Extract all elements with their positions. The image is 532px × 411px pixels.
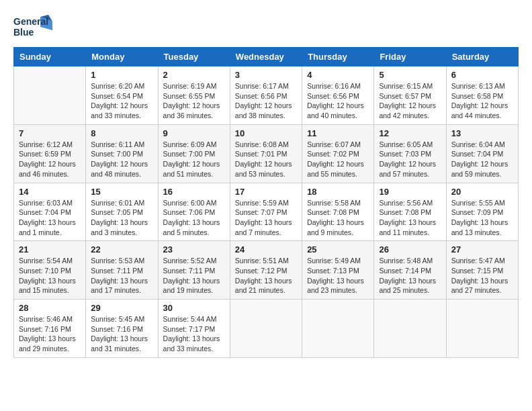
calendar-cell: 1Sunrise: 6:20 AMSunset: 6:54 PMDaylight… bbox=[86, 66, 158, 125]
calendar-cell: 29Sunrise: 5:45 AMSunset: 7:16 PMDayligh… bbox=[86, 300, 158, 358]
day-number: 29 bbox=[91, 303, 152, 313]
day-number: 17 bbox=[235, 187, 297, 197]
calendar-cell: 9Sunrise: 6:09 AMSunset: 7:00 PMDaylight… bbox=[158, 124, 230, 183]
day-number: 12 bbox=[379, 128, 441, 138]
day-info: Sunrise: 6:20 AMSunset: 6:54 PMDaylight:… bbox=[91, 81, 152, 121]
day-number: 24 bbox=[235, 244, 297, 255]
calendar-cell: 26Sunrise: 5:48 AMSunset: 7:14 PMDayligh… bbox=[374, 241, 446, 300]
calendar-cell: 27Sunrise: 5:47 AMSunset: 7:15 PMDayligh… bbox=[446, 241, 518, 300]
calendar-cell: 13Sunrise: 6:04 AMSunset: 7:04 PMDayligh… bbox=[446, 124, 518, 183]
calendar-cell bbox=[230, 300, 302, 358]
day-number: 4 bbox=[307, 70, 369, 80]
day-info: Sunrise: 6:19 AMSunset: 6:55 PMDaylight:… bbox=[163, 81, 225, 121]
day-info: Sunrise: 5:54 AMSunset: 7:10 PMDaylight:… bbox=[19, 256, 81, 295]
svg-text:Blue: Blue bbox=[13, 27, 34, 38]
day-number: 6 bbox=[451, 70, 513, 80]
day-number: 30 bbox=[163, 303, 225, 313]
day-info: Sunrise: 6:08 AMSunset: 7:01 PMDaylight:… bbox=[235, 140, 297, 179]
day-info: Sunrise: 6:00 AMSunset: 7:06 PMDaylight:… bbox=[163, 198, 225, 238]
day-info: Sunrise: 5:45 AMSunset: 7:16 PMDaylight:… bbox=[91, 314, 152, 354]
calendar-cell bbox=[14, 66, 86, 125]
day-info: Sunrise: 5:51 AMSunset: 7:12 PMDaylight:… bbox=[235, 256, 297, 295]
weekday-header-monday: Monday bbox=[86, 48, 158, 66]
calendar-week-3: 14Sunrise: 6:03 AMSunset: 7:04 PMDayligh… bbox=[14, 183, 519, 241]
weekday-header-friday: Friday bbox=[374, 48, 446, 66]
weekday-header-wednesday: Wednesday bbox=[230, 48, 302, 66]
calendar-cell: 7Sunrise: 6:12 AMSunset: 6:59 PMDaylight… bbox=[14, 124, 86, 183]
day-number: 18 bbox=[307, 187, 369, 197]
calendar-cell: 18Sunrise: 5:58 AMSunset: 7:08 PMDayligh… bbox=[302, 183, 374, 241]
page-header: GeneralBlue bbox=[13, 13, 519, 40]
calendar-week-5: 28Sunrise: 5:46 AMSunset: 7:16 PMDayligh… bbox=[14, 300, 519, 358]
calendar-cell: 19Sunrise: 5:56 AMSunset: 7:08 PMDayligh… bbox=[374, 183, 446, 241]
logo: GeneralBlue bbox=[13, 13, 54, 40]
calendar-cell: 14Sunrise: 6:03 AMSunset: 7:04 PMDayligh… bbox=[14, 183, 86, 241]
calendar-cell: 6Sunrise: 6:13 AMSunset: 6:58 PMDaylight… bbox=[446, 66, 518, 125]
day-number: 11 bbox=[307, 128, 369, 138]
day-number: 10 bbox=[235, 128, 297, 138]
day-info: Sunrise: 5:48 AMSunset: 7:14 PMDaylight:… bbox=[379, 256, 441, 295]
calendar-table: SundayMondayTuesdayWednesdayThursdayFrid… bbox=[13, 47, 519, 358]
calendar-cell bbox=[302, 300, 374, 358]
day-number: 5 bbox=[379, 70, 441, 80]
weekday-header-tuesday: Tuesday bbox=[158, 48, 230, 66]
calendar-cell: 25Sunrise: 5:49 AMSunset: 7:13 PMDayligh… bbox=[302, 241, 374, 300]
calendar-cell: 4Sunrise: 6:16 AMSunset: 6:56 PMDaylight… bbox=[302, 66, 374, 125]
header-row: SundayMondayTuesdayWednesdayThursdayFrid… bbox=[14, 48, 519, 66]
day-info: Sunrise: 6:03 AMSunset: 7:04 PMDaylight:… bbox=[19, 198, 81, 238]
calendar-cell: 10Sunrise: 6:08 AMSunset: 7:01 PMDayligh… bbox=[230, 124, 302, 183]
calendar-cell: 2Sunrise: 6:19 AMSunset: 6:55 PMDaylight… bbox=[158, 66, 230, 125]
day-info: Sunrise: 5:49 AMSunset: 7:13 PMDaylight:… bbox=[307, 256, 369, 295]
calendar-cell: 17Sunrise: 5:59 AMSunset: 7:07 PMDayligh… bbox=[230, 183, 302, 241]
day-info: Sunrise: 5:59 AMSunset: 7:07 PMDaylight:… bbox=[235, 198, 297, 238]
day-info: Sunrise: 6:16 AMSunset: 6:56 PMDaylight:… bbox=[307, 81, 369, 121]
day-number: 16 bbox=[163, 187, 225, 197]
day-info: Sunrise: 6:09 AMSunset: 7:00 PMDaylight:… bbox=[163, 140, 225, 179]
day-number: 2 bbox=[163, 70, 225, 80]
calendar-cell: 24Sunrise: 5:51 AMSunset: 7:12 PMDayligh… bbox=[230, 241, 302, 300]
day-number: 14 bbox=[19, 187, 81, 197]
day-number: 23 bbox=[163, 244, 225, 255]
day-info: Sunrise: 5:55 AMSunset: 7:09 PMDaylight:… bbox=[451, 198, 513, 238]
day-number: 21 bbox=[19, 244, 81, 255]
day-info: Sunrise: 6:07 AMSunset: 7:02 PMDaylight:… bbox=[307, 140, 369, 179]
calendar-cell: 23Sunrise: 5:52 AMSunset: 7:11 PMDayligh… bbox=[158, 241, 230, 300]
calendar-cell: 8Sunrise: 6:11 AMSunset: 7:00 PMDaylight… bbox=[86, 124, 158, 183]
day-number: 19 bbox=[379, 187, 441, 197]
calendar-week-2: 7Sunrise: 6:12 AMSunset: 6:59 PMDaylight… bbox=[14, 124, 519, 183]
day-info: Sunrise: 5:56 AMSunset: 7:08 PMDaylight:… bbox=[379, 198, 441, 238]
day-info: Sunrise: 5:53 AMSunset: 7:11 PMDaylight:… bbox=[91, 256, 152, 295]
calendar-cell: 20Sunrise: 5:55 AMSunset: 7:09 PMDayligh… bbox=[446, 183, 518, 241]
day-info: Sunrise: 6:01 AMSunset: 7:05 PMDaylight:… bbox=[91, 198, 152, 238]
calendar-cell: 11Sunrise: 6:07 AMSunset: 7:02 PMDayligh… bbox=[302, 124, 374, 183]
svg-text:General: General bbox=[13, 16, 48, 27]
calendar-cell: 22Sunrise: 5:53 AMSunset: 7:11 PMDayligh… bbox=[86, 241, 158, 300]
weekday-header-sunday: Sunday bbox=[14, 48, 86, 66]
day-info: Sunrise: 6:13 AMSunset: 6:58 PMDaylight:… bbox=[451, 81, 513, 121]
day-info: Sunrise: 5:46 AMSunset: 7:16 PMDaylight:… bbox=[19, 314, 81, 354]
day-number: 25 bbox=[307, 244, 369, 255]
calendar-week-1: 1Sunrise: 6:20 AMSunset: 6:54 PMDaylight… bbox=[14, 66, 519, 125]
weekday-header-saturday: Saturday bbox=[446, 48, 518, 66]
day-info: Sunrise: 5:52 AMSunset: 7:11 PMDaylight:… bbox=[163, 256, 225, 295]
calendar-cell: 30Sunrise: 5:44 AMSunset: 7:17 PMDayligh… bbox=[158, 300, 230, 358]
calendar-cell bbox=[374, 300, 446, 358]
day-info: Sunrise: 6:05 AMSunset: 7:03 PMDaylight:… bbox=[379, 140, 441, 179]
calendar-cell: 21Sunrise: 5:54 AMSunset: 7:10 PMDayligh… bbox=[14, 241, 86, 300]
weekday-header-thursday: Thursday bbox=[302, 48, 374, 66]
day-info: Sunrise: 6:12 AMSunset: 6:59 PMDaylight:… bbox=[19, 140, 81, 179]
day-info: Sunrise: 6:04 AMSunset: 7:04 PMDaylight:… bbox=[451, 140, 513, 179]
day-number: 3 bbox=[235, 70, 297, 80]
day-info: Sunrise: 5:44 AMSunset: 7:17 PMDaylight:… bbox=[163, 314, 225, 354]
calendar-cell: 12Sunrise: 6:05 AMSunset: 7:03 PMDayligh… bbox=[374, 124, 446, 183]
calendar-week-4: 21Sunrise: 5:54 AMSunset: 7:10 PMDayligh… bbox=[14, 241, 519, 300]
day-info: Sunrise: 6:17 AMSunset: 6:56 PMDaylight:… bbox=[235, 81, 297, 121]
day-number: 20 bbox=[451, 187, 513, 197]
calendar-cell bbox=[446, 300, 518, 358]
calendar-cell: 3Sunrise: 6:17 AMSunset: 6:56 PMDaylight… bbox=[230, 66, 302, 125]
calendar-cell: 28Sunrise: 5:46 AMSunset: 7:16 PMDayligh… bbox=[14, 300, 86, 358]
day-number: 7 bbox=[19, 128, 81, 138]
day-number: 28 bbox=[19, 303, 81, 313]
logo-svg: GeneralBlue bbox=[13, 13, 54, 40]
day-info: Sunrise: 6:11 AMSunset: 7:00 PMDaylight:… bbox=[91, 140, 152, 179]
